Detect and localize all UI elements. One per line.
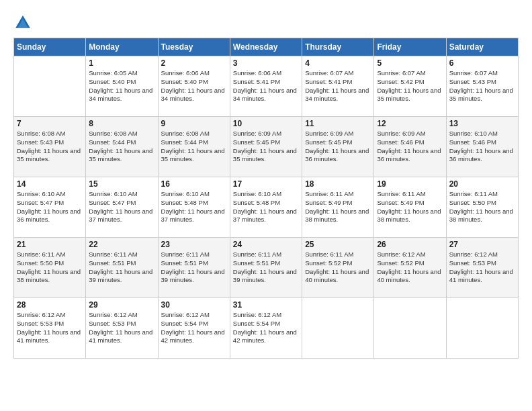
day-number: 6: [449, 58, 515, 68]
weekday-header: Saturday: [446, 38, 518, 56]
day-info: Sunrise: 6:12 AMSunset: 5:53 PMDaylight:…: [17, 311, 83, 345]
day-info: Sunrise: 6:06 AMSunset: 5:41 PMDaylight:…: [233, 69, 299, 103]
logo-icon: [13, 13, 32, 32]
day-info: Sunrise: 6:08 AMSunset: 5:44 PMDaylight:…: [161, 130, 227, 164]
calendar-cell: [374, 298, 446, 359]
day-info: Sunrise: 6:12 AMSunset: 5:53 PMDaylight:…: [449, 250, 515, 285]
day-info: Sunrise: 6:11 AMSunset: 5:49 PMDaylight:…: [377, 190, 443, 224]
calendar-cell: 12Sunrise: 6:09 AMSunset: 5:46 PMDayligh…: [374, 117, 446, 177]
calendar-cell: 27Sunrise: 6:12 AMSunset: 5:53 PMDayligh…: [446, 238, 518, 298]
calendar-cell: 22Sunrise: 6:11 AMSunset: 5:51 PMDayligh…: [86, 238, 158, 298]
logo: [13, 13, 35, 32]
calendar-cell: 15Sunrise: 6:10 AMSunset: 5:47 PMDayligh…: [86, 177, 158, 238]
calendar-cell: 6Sunrise: 6:07 AMSunset: 5:43 PMDaylight…: [446, 56, 518, 117]
weekday-header: Sunday: [14, 38, 86, 56]
day-info: Sunrise: 6:11 AMSunset: 5:49 PMDaylight:…: [305, 190, 371, 224]
calendar-cell: 18Sunrise: 6:11 AMSunset: 5:49 PMDayligh…: [302, 177, 374, 238]
day-number: 19: [377, 179, 443, 189]
day-info: Sunrise: 6:08 AMSunset: 5:44 PMDaylight:…: [89, 130, 154, 164]
calendar-cell: 9Sunrise: 6:08 AMSunset: 5:44 PMDaylight…: [158, 117, 230, 177]
day-info: Sunrise: 6:11 AMSunset: 5:50 PMDaylight:…: [17, 250, 83, 285]
calendar-cell: 17Sunrise: 6:10 AMSunset: 5:48 PMDayligh…: [230, 177, 302, 238]
calendar-cell: 31Sunrise: 6:12 AMSunset: 5:54 PMDayligh…: [230, 298, 302, 359]
day-number: 2: [161, 58, 227, 68]
calendar-week-row: 14Sunrise: 6:10 AMSunset: 5:47 PMDayligh…: [14, 177, 519, 238]
calendar-cell: 8Sunrise: 6:08 AMSunset: 5:44 PMDaylight…: [86, 117, 158, 177]
calendar-cell: 10Sunrise: 6:09 AMSunset: 5:45 PMDayligh…: [230, 117, 302, 177]
calendar-week-row: 28Sunrise: 6:12 AMSunset: 5:53 PMDayligh…: [14, 298, 519, 359]
calendar-cell: [14, 56, 86, 117]
day-info: Sunrise: 6:08 AMSunset: 5:43 PMDaylight:…: [17, 130, 83, 164]
calendar-cell: 21Sunrise: 6:11 AMSunset: 5:50 PMDayligh…: [14, 238, 86, 298]
calendar-cell: 29Sunrise: 6:12 AMSunset: 5:53 PMDayligh…: [86, 298, 158, 359]
calendar-cell: 11Sunrise: 6:09 AMSunset: 5:45 PMDayligh…: [302, 117, 374, 177]
calendar-cell: 25Sunrise: 6:11 AMSunset: 5:52 PMDayligh…: [302, 238, 374, 298]
calendar-cell: 28Sunrise: 6:12 AMSunset: 5:53 PMDayligh…: [14, 298, 86, 359]
calendar-cell: 24Sunrise: 6:11 AMSunset: 5:51 PMDayligh…: [230, 238, 302, 298]
calendar-cell: 20Sunrise: 6:11 AMSunset: 5:50 PMDayligh…: [446, 177, 518, 238]
day-number: 26: [377, 240, 443, 249]
day-info: Sunrise: 6:11 AMSunset: 5:51 PMDaylight:…: [161, 250, 227, 285]
day-number: 10: [233, 119, 299, 128]
day-number: 9: [161, 119, 227, 128]
calendar-cell: 2Sunrise: 6:06 AMSunset: 5:40 PMDaylight…: [158, 56, 230, 117]
day-number: 8: [89, 119, 154, 128]
calendar-cell: 1Sunrise: 6:05 AMSunset: 5:40 PMDaylight…: [86, 56, 158, 117]
day-number: 16: [161, 179, 227, 189]
day-number: 28: [17, 300, 83, 310]
day-info: Sunrise: 6:12 AMSunset: 5:52 PMDaylight:…: [377, 250, 443, 285]
calendar-cell: 14Sunrise: 6:10 AMSunset: 5:47 PMDayligh…: [14, 177, 86, 238]
day-number: 31: [233, 300, 299, 310]
day-number: 4: [305, 58, 371, 68]
day-info: Sunrise: 6:12 AMSunset: 5:54 PMDaylight:…: [161, 311, 227, 345]
calendar-table: SundayMondayTuesdayWednesdayThursdayFrid…: [13, 38, 519, 359]
day-number: 17: [233, 179, 299, 189]
day-number: 7: [17, 119, 83, 128]
calendar-header-row: SundayMondayTuesdayWednesdayThursdayFrid…: [14, 38, 519, 56]
day-number: 21: [17, 240, 83, 249]
day-info: Sunrise: 6:07 AMSunset: 5:41 PMDaylight:…: [305, 69, 371, 103]
day-number: 25: [305, 240, 371, 249]
calendar-cell: [446, 298, 518, 359]
day-info: Sunrise: 6:09 AMSunset: 5:45 PMDaylight:…: [305, 130, 371, 164]
calendar-week-row: 7Sunrise: 6:08 AMSunset: 5:43 PMDaylight…: [14, 117, 519, 177]
day-number: 14: [17, 179, 83, 189]
day-info: Sunrise: 6:11 AMSunset: 5:50 PMDaylight:…: [449, 190, 515, 224]
weekday-header: Monday: [86, 38, 158, 56]
day-info: Sunrise: 6:12 AMSunset: 5:53 PMDaylight:…: [89, 311, 154, 345]
day-info: Sunrise: 6:10 AMSunset: 5:47 PMDaylight:…: [89, 190, 154, 224]
day-number: 5: [377, 58, 443, 68]
day-number: 30: [161, 300, 227, 310]
day-number: 27: [449, 240, 515, 249]
day-info: Sunrise: 6:11 AMSunset: 5:52 PMDaylight:…: [305, 250, 371, 285]
day-number: 15: [89, 179, 154, 189]
calendar-cell: 23Sunrise: 6:11 AMSunset: 5:51 PMDayligh…: [158, 238, 230, 298]
day-number: 12: [377, 119, 443, 128]
weekday-header: Wednesday: [230, 38, 302, 56]
day-number: 23: [161, 240, 227, 249]
day-number: 20: [449, 179, 515, 189]
calendar-week-row: 21Sunrise: 6:11 AMSunset: 5:50 PMDayligh…: [14, 238, 519, 298]
day-number: 13: [449, 119, 515, 128]
day-number: 22: [89, 240, 154, 249]
calendar-cell: 19Sunrise: 6:11 AMSunset: 5:49 PMDayligh…: [374, 177, 446, 238]
weekday-header: Friday: [374, 38, 446, 56]
calendar-cell: 16Sunrise: 6:10 AMSunset: 5:48 PMDayligh…: [158, 177, 230, 238]
day-number: 11: [305, 119, 371, 128]
calendar-cell: 30Sunrise: 6:12 AMSunset: 5:54 PMDayligh…: [158, 298, 230, 359]
day-info: Sunrise: 6:10 AMSunset: 5:46 PMDaylight:…: [449, 130, 515, 164]
day-info: Sunrise: 6:11 AMSunset: 5:51 PMDaylight:…: [89, 250, 154, 285]
day-number: 24: [233, 240, 299, 249]
day-info: Sunrise: 6:10 AMSunset: 5:48 PMDaylight:…: [161, 190, 227, 224]
day-number: 3: [233, 58, 299, 68]
calendar-cell: 4Sunrise: 6:07 AMSunset: 5:41 PMDaylight…: [302, 56, 374, 117]
day-number: 18: [305, 179, 371, 189]
calendar-cell: 7Sunrise: 6:08 AMSunset: 5:43 PMDaylight…: [14, 117, 86, 177]
day-number: 1: [89, 58, 154, 68]
weekday-header: Tuesday: [158, 38, 230, 56]
day-info: Sunrise: 6:05 AMSunset: 5:40 PMDaylight:…: [89, 69, 154, 103]
page-header: [13, 13, 519, 32]
day-number: 29: [89, 300, 154, 310]
day-info: Sunrise: 6:09 AMSunset: 5:46 PMDaylight:…: [377, 130, 443, 164]
calendar-week-row: 1Sunrise: 6:05 AMSunset: 5:40 PMDaylight…: [14, 56, 519, 117]
